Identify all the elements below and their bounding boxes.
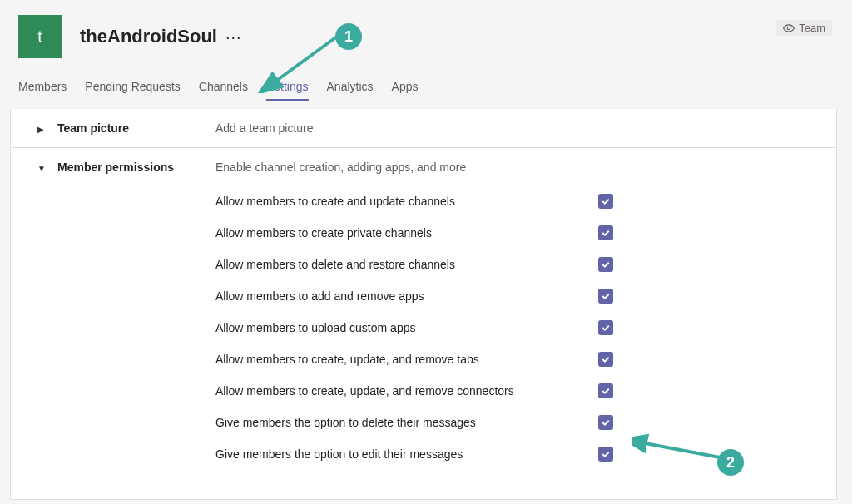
permission-label: Allow members to create private channels xyxy=(215,226,598,240)
team-title: theAndroidSoul xyxy=(80,26,217,47)
section-title: Member permissions xyxy=(57,161,215,174)
settings-panel: ▶ Team picture Add a team picture ▼ Memb… xyxy=(10,109,837,500)
permission-label: Allow members to create, update, and rem… xyxy=(215,353,598,366)
permission-row: Allow members to create private channels xyxy=(215,225,813,240)
team-header: t theAndroidSoul ··· Team xyxy=(0,15,852,75)
permission-checkbox[interactable] xyxy=(598,289,613,304)
permission-row: Allow members to create, update, and rem… xyxy=(215,352,813,367)
permission-label: Give members the option to edit their me… xyxy=(215,447,598,461)
permission-checkbox[interactable] xyxy=(598,447,613,462)
permission-checkbox[interactable] xyxy=(598,225,613,240)
permission-row: Give members the option to delete their … xyxy=(215,415,813,430)
section-team-picture[interactable]: ▶ Team picture Add a team picture xyxy=(11,109,836,148)
permission-row: Allow members to add and remove apps xyxy=(215,289,813,304)
section-header[interactable]: ▼ Member permissions Enable channel crea… xyxy=(37,161,813,174)
team-privacy-badge[interactable]: Team xyxy=(776,20,832,36)
permission-label: Allow members to upload custom apps xyxy=(215,321,598,334)
tab-settings[interactable]: Settings xyxy=(266,75,309,101)
permission-checkbox[interactable] xyxy=(598,257,613,272)
permission-label: Allow members to delete and restore chan… xyxy=(215,258,598,271)
permission-checkbox[interactable] xyxy=(598,352,613,367)
more-options-button[interactable]: ··· xyxy=(225,27,242,47)
tab-pending-requests[interactable]: Pending Requests xyxy=(85,75,180,101)
team-badge-label: Team xyxy=(799,22,825,34)
tab-members[interactable]: Members xyxy=(18,75,67,101)
tab-channels[interactable]: Channels xyxy=(199,75,248,101)
permission-checkbox[interactable] xyxy=(598,320,613,335)
permission-label: Allow members to add and remove apps xyxy=(215,289,598,303)
tab-analytics[interactable]: Analytics xyxy=(327,75,374,101)
permission-row: Give members the option to edit their me… xyxy=(215,447,813,462)
permission-label: Allow members to create, update, and rem… xyxy=(215,384,598,398)
section-desc: Add a team picture xyxy=(215,121,314,135)
permission-checkbox[interactable] xyxy=(598,194,613,209)
permissions-list: Allow members to create and update chann… xyxy=(215,194,813,462)
section-title: Team picture xyxy=(57,121,215,135)
permission-row: Allow members to create and update chann… xyxy=(215,194,813,209)
permission-row: Allow members to delete and restore chan… xyxy=(215,257,813,272)
tab-apps[interactable]: Apps xyxy=(392,75,419,101)
section-member-permissions: ▼ Member permissions Enable channel crea… xyxy=(11,148,836,491)
permission-checkbox[interactable] xyxy=(598,383,613,398)
eye-icon xyxy=(783,22,795,34)
permission-label: Give members the option to delete their … xyxy=(215,416,598,429)
svg-point-0 xyxy=(787,27,790,30)
permission-row: Allow members to upload custom apps xyxy=(215,320,813,335)
tab-bar: Members Pending Requests Channels Settin… xyxy=(0,75,852,102)
permission-checkbox[interactable] xyxy=(598,415,613,430)
permission-label: Allow members to create and update chann… xyxy=(215,195,598,208)
caret-down-icon: ▼ xyxy=(37,164,47,173)
caret-right-icon: ▶ xyxy=(37,125,47,134)
permission-row: Allow members to create, update, and rem… xyxy=(215,383,813,398)
section-desc: Enable channel creation, adding apps, an… xyxy=(215,161,466,174)
team-avatar: t xyxy=(18,15,62,58)
